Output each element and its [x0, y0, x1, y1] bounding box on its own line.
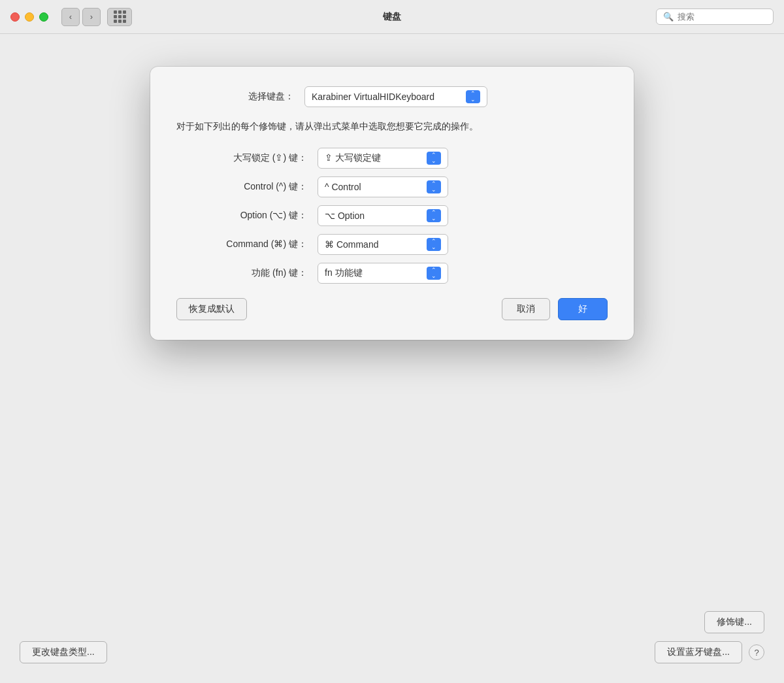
forward-button[interactable]: › — [82, 8, 101, 26]
dialog-right-buttons: 取消 好 — [502, 298, 608, 320]
fn-dropdown[interactable]: fn 功能键 — [318, 263, 448, 284]
command-label: Command (⌘) 键： — [176, 239, 307, 250]
dialog-description: 对于如下列出的每个修饰键，请从弹出式菜单中选取您想要它完成的操作。 — [176, 119, 608, 133]
fn-row: 功能 (fn) 键： fn 功能键 — [176, 263, 608, 284]
caps-lock-label: 大写锁定 (⇪) 键： — [176, 152, 307, 164]
command-row: Command (⌘) 键： ⌘ Command — [176, 234, 608, 255]
modifier-keys-dialog: 选择键盘： Karabiner VirtualHIDKeyboard 对于如下列… — [150, 67, 634, 340]
option-chevron — [427, 209, 441, 222]
bottom-right-area: 修饰键... 设置蓝牙键盘... ? — [655, 611, 764, 663]
control-row: Control (^) 键： ^ Control — [176, 176, 608, 197]
nav-buttons: ‹ › — [61, 8, 101, 26]
bottom-bottom-area: 设置蓝牙键盘... ? — [655, 641, 764, 663]
command-value: ⌘ Command — [325, 239, 378, 250]
help-button[interactable]: ? — [749, 644, 764, 660]
fn-chevron — [427, 267, 441, 280]
minimize-button[interactable] — [25, 12, 34, 22]
close-button[interactable] — [10, 12, 20, 22]
main-content: 选择键盘： Karabiner VirtualHIDKeyboard 对于如下列… — [0, 34, 784, 683]
option-dropdown[interactable]: ⌥ Option — [318, 205, 448, 226]
caps-lock-value: ⇪ 大写锁定键 — [325, 152, 381, 164]
bottom-bar: 更改键盘类型... 修饰键... 设置蓝牙键盘... ? — [0, 618, 784, 683]
command-chevron — [427, 238, 441, 251]
keyboard-selector-row: 选择键盘： Karabiner VirtualHIDKeyboard — [176, 86, 608, 107]
option-row: Option (⌥) 键： ⌥ Option — [176, 205, 608, 226]
restore-defaults-button[interactable]: 恢复成默认 — [176, 298, 247, 320]
setup-bluetooth-button[interactable]: 设置蓝牙键盘... — [655, 641, 742, 663]
grid-icon — [114, 10, 126, 23]
search-input[interactable] — [678, 12, 769, 22]
option-value: ⌥ Option — [325, 210, 365, 221]
caps-lock-dropdown[interactable]: ⇪ 大写锁定键 — [318, 148, 448, 169]
traffic-lights — [10, 12, 48, 22]
fn-label: 功能 (fn) 键： — [176, 267, 307, 279]
search-bar[interactable]: 🔍 — [656, 8, 774, 25]
control-chevron — [427, 180, 441, 193]
fn-value: fn 功能键 — [325, 267, 363, 279]
control-label: Control (^) 键： — [176, 181, 307, 193]
command-dropdown[interactable]: ⌘ Command — [318, 234, 448, 255]
caps-lock-row: 大写锁定 (⇪) 键： ⇪ 大写锁定键 — [176, 148, 608, 169]
window-title: 键盘 — [383, 11, 401, 23]
dialog-buttons: 恢复成默认 取消 好 — [176, 298, 608, 320]
dialog-overlay: 选择键盘： Karabiner VirtualHIDKeyboard 对于如下列… — [0, 34, 784, 683]
keyboard-dropdown-value: Karabiner VirtualHIDKeyboard — [312, 92, 434, 102]
grid-view-button[interactable] — [107, 8, 132, 26]
cancel-button[interactable]: 取消 — [502, 298, 550, 320]
search-icon: 🔍 — [663, 12, 674, 22]
control-dropdown[interactable]: ^ Control — [318, 176, 448, 197]
keyboard-dropdown[interactable]: Karabiner VirtualHIDKeyboard — [304, 86, 487, 107]
keyboard-selector-label: 选择键盘： — [176, 91, 294, 103]
ok-button[interactable]: 好 — [558, 298, 608, 320]
caps-lock-chevron — [427, 152, 441, 165]
titlebar: ‹ › 键盘 🔍 — [0, 0, 784, 34]
keyboard-dropdown-chevron — [466, 90, 480, 103]
maximize-button[interactable] — [39, 12, 48, 22]
back-button[interactable]: ‹ — [61, 8, 80, 26]
modifier-section: 大写锁定 (⇪) 键： ⇪ 大写锁定键 Control (^) 键： ^ Con… — [176, 148, 608, 284]
control-value: ^ Control — [325, 182, 361, 192]
settings-pane: 选择键盘： Karabiner VirtualHIDKeyboard 对于如下列… — [0, 34, 784, 683]
option-label: Option (⌥) 键： — [176, 210, 307, 222]
modifier-keys-button[interactable]: 修饰键... — [704, 611, 764, 633]
change-keyboard-type-button[interactable]: 更改键盘类型... — [20, 641, 107, 663]
